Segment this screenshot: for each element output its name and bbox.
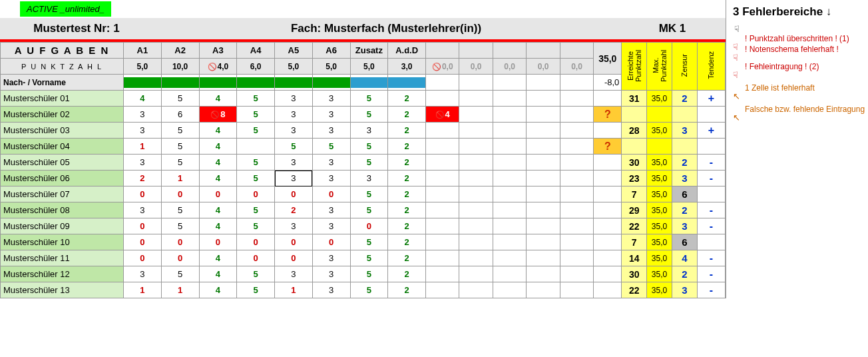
cell[interactable]: 5 xyxy=(350,186,388,202)
gpts-3[interactable]: 0,0 xyxy=(527,59,560,75)
student-name[interactable]: Musterschüler 05 xyxy=(1,155,124,171)
cell[interactable]: 4 xyxy=(124,91,162,107)
pts-5[interactable]: 5,0 xyxy=(312,59,350,75)
cell[interactable] xyxy=(560,123,593,139)
cell[interactable] xyxy=(459,202,493,218)
cell[interactable]: 5 xyxy=(350,155,388,171)
cell[interactable] xyxy=(527,186,560,202)
gpts-2[interactable]: 0,0 xyxy=(493,59,526,75)
cell[interactable]: 5 xyxy=(237,202,275,218)
cell[interactable] xyxy=(426,91,459,107)
cell[interactable]: 3 xyxy=(275,123,313,139)
cell[interactable]: 5 xyxy=(350,202,388,218)
cell[interactable] xyxy=(459,186,493,202)
cell[interactable] xyxy=(560,266,593,282)
cell[interactable] xyxy=(560,91,593,107)
cell[interactable]: 1 xyxy=(124,282,162,298)
cell[interactable] xyxy=(459,282,493,298)
cell[interactable]: 0 xyxy=(124,218,162,234)
cell[interactable]: 0 xyxy=(124,234,162,250)
cell[interactable] xyxy=(493,202,526,218)
cell[interactable]: 0 xyxy=(312,234,350,250)
cell[interactable]: 2 xyxy=(388,123,426,139)
pts-2[interactable]: 4,0 xyxy=(199,59,237,75)
cell[interactable]: 0 xyxy=(237,234,275,250)
cell[interactable]: 4 xyxy=(199,266,237,282)
cell[interactable] xyxy=(426,250,459,266)
cell[interactable]: 5 xyxy=(237,218,275,234)
cell[interactable]: 5 xyxy=(350,250,388,266)
cell[interactable]: 1 xyxy=(161,282,199,298)
cell[interactable]: 3 xyxy=(124,107,162,123)
cell[interactable]: 0 xyxy=(275,250,313,266)
cell[interactable] xyxy=(493,91,526,107)
cell[interactable]: 2 xyxy=(275,202,313,218)
cell[interactable]: 3 xyxy=(350,123,388,139)
cell[interactable] xyxy=(493,250,526,266)
student-name[interactable]: Musterschüler 07 xyxy=(1,186,124,202)
cell[interactable] xyxy=(527,107,560,123)
cell[interactable] xyxy=(459,91,493,107)
cell[interactable]: 8 xyxy=(199,107,237,123)
gpts-0[interactable]: 0,0 xyxy=(426,59,459,75)
cell[interactable]: 5 xyxy=(161,123,199,139)
student-name[interactable]: Musterschüler 02 xyxy=(1,107,124,123)
cell[interactable] xyxy=(426,171,459,186)
cell[interactable] xyxy=(527,139,560,155)
cell[interactable] xyxy=(493,155,526,171)
gpts-1[interactable]: 0,0 xyxy=(459,59,493,75)
pts-3[interactable]: 6,0 xyxy=(237,59,275,75)
cell[interactable] xyxy=(493,282,526,298)
cell[interactable]: 2 xyxy=(388,202,426,218)
cell[interactable]: 2 xyxy=(388,250,426,266)
cell[interactable] xyxy=(527,234,560,250)
cell[interactable] xyxy=(493,123,526,139)
cell[interactable]: 3 xyxy=(124,155,162,171)
pts-6[interactable]: 5,0 xyxy=(350,59,388,75)
cell[interactable] xyxy=(560,282,593,298)
cell-selected[interactable]: 3 xyxy=(275,171,313,186)
cell[interactable] xyxy=(459,107,493,123)
cell[interactable] xyxy=(560,171,593,186)
cell[interactable]: 5 xyxy=(350,282,388,298)
cell[interactable] xyxy=(426,218,459,234)
cell[interactable]: 3 xyxy=(124,123,162,139)
cell[interactable] xyxy=(459,234,493,250)
cell[interactable] xyxy=(527,282,560,298)
student-name[interactable]: Musterschüler 09 xyxy=(1,218,124,234)
cell[interactable]: 5 xyxy=(161,155,199,171)
student-name[interactable]: Musterschüler 11 xyxy=(1,250,124,266)
cell[interactable]: 4 xyxy=(199,250,237,266)
cell[interactable]: 1 xyxy=(161,171,199,186)
cell[interactable]: 3 xyxy=(124,202,162,218)
cell[interactable]: 3 xyxy=(275,155,313,171)
student-name[interactable]: Musterschüler 01 xyxy=(1,91,124,107)
cell[interactable]: 0 xyxy=(161,234,199,250)
cell[interactable]: 2 xyxy=(388,107,426,123)
cell[interactable]: 4 xyxy=(199,139,237,155)
cell[interactable]: 2 xyxy=(388,139,426,155)
cell[interactable] xyxy=(493,234,526,250)
cell[interactable]: 3 xyxy=(312,250,350,266)
cell[interactable] xyxy=(560,107,593,123)
cell[interactable] xyxy=(426,282,459,298)
cell[interactable]: 3 xyxy=(275,107,313,123)
cell[interactable]: 3 xyxy=(312,202,350,218)
cell[interactable] xyxy=(426,123,459,139)
cell[interactable] xyxy=(459,155,493,171)
cell[interactable] xyxy=(493,171,526,186)
cell[interactable] xyxy=(527,266,560,282)
cell[interactable]: 0 xyxy=(199,234,237,250)
cell[interactable]: 5 xyxy=(237,171,275,186)
student-name[interactable]: Musterschüler 12 xyxy=(1,266,124,282)
cell[interactable] xyxy=(426,266,459,282)
cell[interactable]: 2 xyxy=(388,266,426,282)
cell[interactable] xyxy=(560,250,593,266)
cell[interactable]: 3 xyxy=(312,155,350,171)
cell[interactable]: 0 xyxy=(312,186,350,202)
cell[interactable] xyxy=(527,91,560,107)
cell[interactable]: 5 xyxy=(350,234,388,250)
cell[interactable] xyxy=(493,266,526,282)
cell[interactable] xyxy=(527,171,560,186)
cell[interactable]: 5 xyxy=(350,139,388,155)
